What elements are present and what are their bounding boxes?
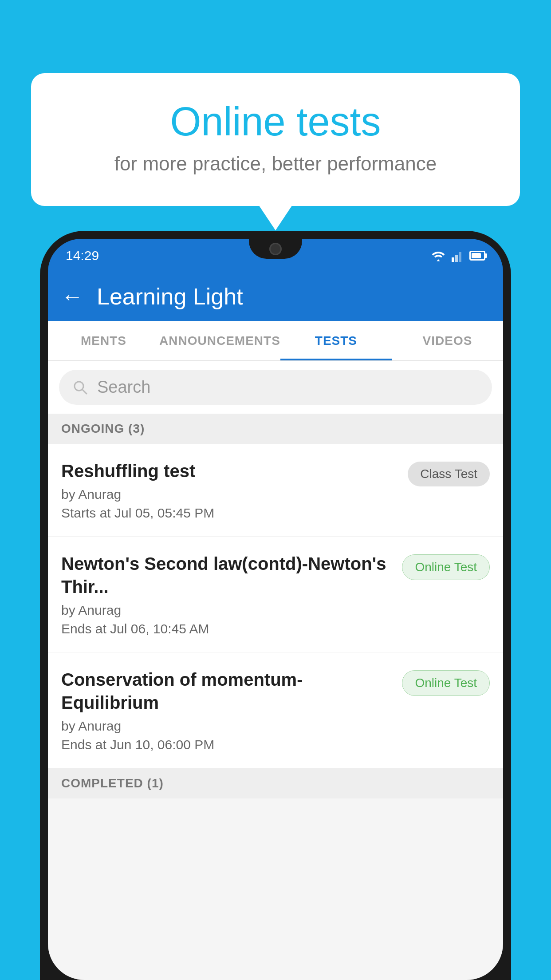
search-placeholder: Search bbox=[97, 378, 150, 397]
ongoing-section-header: ONGOING (3) bbox=[48, 414, 503, 444]
battery-icon bbox=[469, 251, 485, 261]
search-box[interactable]: Search bbox=[59, 370, 492, 405]
test-author-1: by Anurag bbox=[61, 487, 399, 502]
test-item-1[interactable]: Reshuffling test by Anurag Starts at Jul… bbox=[48, 444, 503, 537]
back-button[interactable]: ← bbox=[61, 284, 83, 309]
svg-rect-0 bbox=[452, 257, 454, 262]
test-time-1: Starts at Jul 05, 05:45 PM bbox=[61, 506, 399, 521]
tab-videos[interactable]: VIDEOS bbox=[392, 321, 503, 360]
test-badge-2: Online Test bbox=[402, 554, 490, 580]
test-name-2: Newton's Second law(contd)-Newton's Thir… bbox=[61, 552, 393, 598]
test-author-3: by Anurag bbox=[61, 719, 393, 734]
tab-ments[interactable]: MENTS bbox=[48, 321, 159, 360]
app-bar: ← Learning Light bbox=[48, 272, 503, 321]
test-info-2: Newton's Second law(contd)-Newton's Thir… bbox=[61, 552, 393, 636]
wifi-icon bbox=[430, 249, 446, 262]
status-bar: 14:29 bbox=[48, 239, 503, 272]
phone-notch bbox=[249, 239, 302, 259]
phone-screen: ← Learning Light MENTS ANNOUNCEMENTS TES… bbox=[48, 272, 503, 980]
svg-rect-1 bbox=[455, 255, 458, 262]
phone-frame: 14:29 ← Learnin bbox=[40, 231, 511, 980]
test-author-2: by Anurag bbox=[61, 603, 393, 618]
test-item-3[interactable]: Conservation of momentum-Equilibrium by … bbox=[48, 652, 503, 768]
search-icon bbox=[72, 379, 88, 395]
speech-bubble: Online tests for more practice, better p… bbox=[31, 73, 520, 206]
app-bar-title: Learning Light bbox=[97, 283, 243, 310]
test-name-3: Conservation of momentum-Equilibrium bbox=[61, 668, 393, 714]
completed-section-header: COMPLETED (1) bbox=[48, 768, 503, 798]
camera-dot bbox=[269, 243, 282, 255]
signal-icon bbox=[452, 249, 464, 262]
test-name-1: Reshuffling test bbox=[61, 459, 399, 482]
test-info-3: Conservation of momentum-Equilibrium by … bbox=[61, 668, 393, 752]
test-list: Reshuffling test by Anurag Starts at Jul… bbox=[48, 444, 503, 768]
svg-line-4 bbox=[82, 389, 87, 394]
status-time: 14:29 bbox=[66, 248, 99, 263]
test-badge-3: Online Test bbox=[402, 670, 490, 696]
status-icons bbox=[430, 249, 485, 262]
test-time-3: Ends at Jun 10, 06:00 PM bbox=[61, 737, 393, 752]
tabs-bar: MENTS ANNOUNCEMENTS TESTS VIDEOS bbox=[48, 321, 503, 361]
test-item-2[interactable]: Newton's Second law(contd)-Newton's Thir… bbox=[48, 537, 503, 652]
speech-bubble-title: Online tests bbox=[67, 100, 484, 144]
test-time-2: Ends at Jul 06, 10:45 AM bbox=[61, 621, 393, 636]
tab-announcements[interactable]: ANNOUNCEMENTS bbox=[159, 321, 280, 360]
search-container: Search bbox=[48, 361, 503, 414]
speech-bubble-subtitle: for more practice, better performance bbox=[67, 153, 484, 175]
test-info-1: Reshuffling test by Anurag Starts at Jul… bbox=[61, 459, 399, 521]
svg-rect-2 bbox=[459, 252, 461, 262]
test-badge-1: Class Test bbox=[408, 462, 490, 486]
tab-tests[interactable]: TESTS bbox=[280, 321, 392, 360]
